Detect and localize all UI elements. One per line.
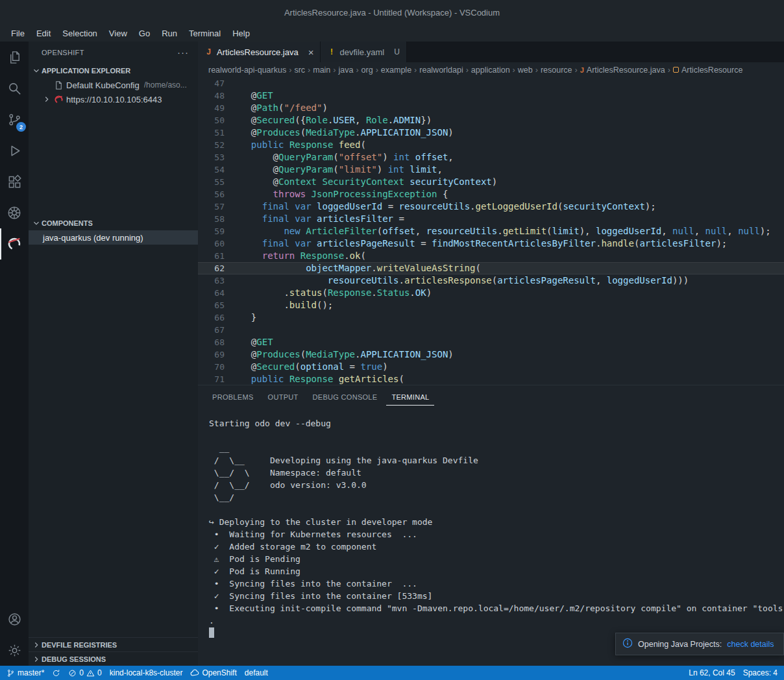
line-number[interactable]: 63: [198, 274, 225, 287]
breadcrumb-item[interactable]: org: [361, 66, 373, 75]
menu-item-file[interactable]: File: [5, 27, 31, 40]
code-line[interactable]: 64 .status(Response.Status.OK): [198, 287, 784, 299]
line-number[interactable]: 49: [198, 102, 225, 114]
line-number[interactable]: 66: [198, 311, 225, 324]
editor-code[interactable]: 4748 @GET49 @Path("/feed")50 @Secured({R…: [198, 77, 784, 385]
code-line[interactable]: 68 @GET: [198, 336, 784, 348]
indentation-status[interactable]: Spaces: 4: [739, 666, 781, 680]
terminal-content[interactable]: Starting odo dev --debug __ / \__ Develo…: [198, 408, 784, 666]
menu-item-edit[interactable]: Edit: [31, 27, 56, 40]
panel-tab-terminal[interactable]: TERMINAL: [386, 389, 434, 406]
kubernetes-icon[interactable]: [0, 197, 29, 228]
namespace-status[interactable]: default: [241, 666, 272, 680]
code-line[interactable]: 53 @QueryParam("offset") int offset,: [198, 151, 784, 164]
more-actions-icon[interactable]: ···: [177, 49, 189, 56]
line-number[interactable]: 57: [198, 200, 225, 213]
line-number[interactable]: 59: [198, 225, 225, 237]
line-number[interactable]: 71: [198, 373, 225, 385]
line-number[interactable]: 68: [198, 336, 225, 348]
breadcrumb-item[interactable]: application: [471, 66, 510, 75]
line-number[interactable]: 64: [198, 287, 225, 299]
tree-item-component[interactable]: java-quarkus (dev running): [29, 230, 198, 245]
openshift-icon[interactable]: [0, 228, 29, 260]
breadcrumb-item[interactable]: example: [381, 66, 411, 75]
line-number[interactable]: 56: [198, 188, 225, 200]
menu-item-terminal[interactable]: Terminal: [183, 27, 227, 40]
menu-item-run[interactable]: Run: [156, 27, 183, 40]
panel-tab-problems[interactable]: PROBLEMS: [207, 389, 259, 406]
code-line[interactable]: 71 public Response getArticles(: [198, 373, 784, 385]
code-line[interactable]: 58 final var articlesFilter =: [198, 213, 784, 225]
k8s-context-status[interactable]: kind-local-k8s-cluster: [106, 666, 187, 680]
code-line[interactable]: 54 @QueryParam("limit") int limit,: [198, 164, 784, 176]
notification-link[interactable]: check details: [727, 640, 774, 649]
code-line[interactable]: 65 .build();: [198, 299, 784, 311]
line-number[interactable]: 51: [198, 127, 225, 139]
code-line[interactable]: 59 new ArticleFilter(offset, resourceUti…: [198, 225, 784, 237]
breadcrumb-symbol[interactable]: ArticlesResource: [673, 66, 742, 75]
problems-status[interactable]: 0 0: [64, 666, 105, 680]
section-application-explorer[interactable]: APPLICATION EXPLORER: [29, 64, 198, 78]
breadcrumb-item[interactable]: java: [338, 66, 353, 75]
tab-articlesresource-java[interactable]: J ArticlesResource.java ×: [198, 42, 321, 62]
tree-item-cluster[interactable]: https://10.10.10.105:6443: [29, 92, 198, 106]
code-line[interactable]: 52 public Response feed(: [198, 139, 784, 151]
line-number[interactable]: 70: [198, 361, 225, 373]
code-line[interactable]: 60 final var articlesPageResult = findMo…: [198, 237, 784, 250]
code-line[interactable]: 69 @Produces(MediaType.APPLICATION_JSON): [198, 348, 784, 361]
breadcrumb-file[interactable]: JArticlesResource.java: [580, 66, 665, 75]
menu-item-selection[interactable]: Selection: [56, 27, 103, 40]
line-number[interactable]: 48: [198, 90, 225, 102]
settings-gear-icon[interactable]: [0, 635, 29, 666]
line-number[interactable]: 67: [198, 324, 225, 336]
code-line[interactable]: 67: [198, 324, 784, 336]
search-icon[interactable]: [0, 73, 29, 104]
line-number[interactable]: 65: [198, 299, 225, 311]
line-number[interactable]: 47: [198, 77, 225, 90]
section-components[interactable]: COMPONENTS: [29, 216, 198, 230]
code-line[interactable]: 57 final var loggedUserId = resourceUtil…: [198, 200, 784, 213]
section-devfile-registries[interactable]: DEVFILE REGISTRIES: [29, 637, 198, 651]
menu-item-view[interactable]: View: [103, 27, 133, 40]
section-debug-sessions[interactable]: DEBUG SESSIONS: [29, 651, 198, 666]
code-line[interactable]: 66 }: [198, 311, 784, 324]
menu-item-help[interactable]: Help: [227, 27, 256, 40]
line-number[interactable]: 50: [198, 114, 225, 127]
line-number[interactable]: 54: [198, 164, 225, 176]
chevron-right-icon[interactable]: [42, 95, 52, 104]
line-number[interactable]: 53: [198, 151, 225, 164]
extensions-icon[interactable]: [0, 166, 29, 197]
branch-status[interactable]: master*: [3, 666, 48, 680]
code-line[interactable]: 55 @Context SecurityContext securityCont…: [198, 176, 784, 188]
menu-item-go[interactable]: Go: [133, 27, 156, 40]
panel-tab-output[interactable]: OUTPUT: [263, 389, 304, 406]
close-icon[interactable]: ×: [308, 47, 314, 58]
breadcrumb-item[interactable]: resource: [541, 66, 572, 75]
run-debug-icon[interactable]: [0, 135, 29, 166]
line-number[interactable]: 55: [198, 176, 225, 188]
code-line[interactable]: 62 objectMapper.writeValueAsString(: [198, 262, 784, 274]
explorer-icon[interactable]: [0, 42, 29, 73]
account-icon[interactable]: [0, 603, 29, 635]
line-number[interactable]: 52: [198, 139, 225, 151]
breadcrumb-item[interactable]: realworldapi: [419, 66, 463, 75]
code-line[interactable]: 47: [198, 77, 784, 90]
cursor-position-status[interactable]: Ln 62, Col 45: [685, 666, 739, 680]
code-line[interactable]: 70 @Secured(optional = true): [198, 361, 784, 373]
code-line[interactable]: 51 @Produces(MediaType.APPLICATION_JSON): [198, 127, 784, 139]
source-control-icon[interactable]: 2: [0, 104, 29, 135]
code-line[interactable]: 56 throws JsonProcessingException {: [198, 188, 784, 200]
panel-tab-debug-console[interactable]: DEBUG CONSOLE: [308, 389, 383, 406]
code-line[interactable]: 50 @Secured({Role.USER, Role.ADMIN}): [198, 114, 784, 127]
code-line[interactable]: 48 @GET: [198, 90, 784, 102]
breadcrumb-item[interactable]: web: [518, 66, 533, 75]
tab-devfile-yaml[interactable]: ! devfile.yaml U: [321, 42, 406, 62]
openshift-status[interactable]: OpenShift: [186, 666, 240, 680]
line-number[interactable]: 58: [198, 213, 225, 225]
line-number[interactable]: 62: [198, 262, 225, 274]
notification-toast[interactable]: Opening Java Projects: check details: [615, 633, 784, 655]
code-line[interactable]: 61 return Response.ok(: [198, 250, 784, 262]
tree-item-kubeconfig[interactable]: Default KubeConfig /home/aso...: [29, 78, 198, 92]
breadcrumb-item[interactable]: main: [313, 66, 330, 75]
sync-status[interactable]: [48, 666, 64, 680]
